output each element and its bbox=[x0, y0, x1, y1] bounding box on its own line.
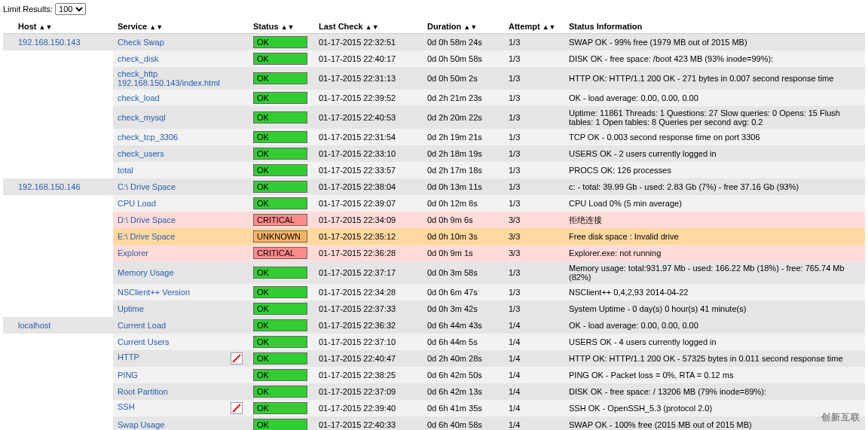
duration-cell: 0d 6h 40m 58s bbox=[423, 416, 504, 430]
no-passive-icon bbox=[231, 402, 243, 414]
service-cell: Memory Usage bbox=[113, 261, 249, 284]
status-badge: OK bbox=[253, 336, 307, 348]
table-row: ExplorerCRITICAL01-17-2015 22:36:280d 0h… bbox=[3, 245, 865, 261]
sort-service[interactable]: ▲▼ bbox=[149, 23, 163, 31]
header-service: Service ▲▼ bbox=[113, 20, 249, 34]
duration-cell: 0d 0h 13m 11s bbox=[423, 178, 504, 195]
header-duration: Duration ▲▼ bbox=[423, 20, 504, 34]
header-status-info: Status Information bbox=[564, 20, 865, 34]
last-check-cell: 01-17-2015 22:36:32 bbox=[314, 317, 423, 334]
last-check-cell: 01-17-2015 22:39:52 bbox=[314, 90, 423, 106]
attempt-cell: 1/3 bbox=[504, 145, 564, 162]
service-link[interactable]: Uptime bbox=[118, 304, 144, 313]
status-badge: OK bbox=[253, 164, 307, 176]
service-link[interactable]: CPU Load bbox=[118, 199, 156, 208]
service-cell: Current Load bbox=[113, 317, 249, 334]
host-cell bbox=[3, 400, 113, 416]
table-row: check_mysqlOK01-17-2015 22:40:530d 2h 20… bbox=[3, 106, 865, 129]
table-row: D:\ Drive SpaceCRITICAL01-17-2015 22:34:… bbox=[3, 212, 865, 228]
attempt-cell: 3/3 bbox=[504, 228, 564, 245]
status-cell: OK bbox=[249, 106, 314, 129]
service-link[interactable]: check_http 192.168.150.143/index.html bbox=[118, 69, 220, 87]
duration-cell: 0d 0h 3m 58s bbox=[423, 261, 504, 284]
table-row: Swap UsageOK01-17-2015 22:40:330d 6h 40m… bbox=[3, 416, 865, 430]
service-link[interactable]: Swap Usage bbox=[118, 420, 164, 429]
sort-duration[interactable]: ▲▼ bbox=[463, 23, 477, 31]
host-cell bbox=[3, 195, 113, 212]
attempt-cell: 1/3 bbox=[504, 162, 564, 178]
attempt-cell: 1/3 bbox=[504, 106, 564, 129]
status-cell: OK bbox=[249, 416, 314, 430]
service-link[interactable]: Memory Usage bbox=[118, 268, 174, 277]
service-cell: check_load bbox=[113, 90, 249, 106]
duration-cell: 0d 6h 42m 50s bbox=[423, 367, 504, 383]
sort-status[interactable]: ▲▼ bbox=[281, 23, 295, 31]
last-check-cell: 01-17-2015 22:31:54 bbox=[314, 129, 423, 145]
status-cell: OK bbox=[249, 195, 314, 212]
host-link[interactable]: 192.168.150.143 bbox=[18, 38, 81, 47]
service-link[interactable]: NSClient++ Version bbox=[118, 288, 190, 297]
service-link[interactable]: Check Swap bbox=[118, 38, 164, 47]
service-link[interactable]: Root Partition bbox=[118, 387, 168, 396]
host-cell bbox=[3, 300, 113, 317]
duration-cell: 0d 2h 18m 19s bbox=[423, 145, 504, 162]
service-link[interactable]: total bbox=[118, 166, 133, 175]
status-info-cell: USERS OK - 4 users currently logged in bbox=[564, 334, 865, 350]
service-link[interactable]: check_load bbox=[118, 93, 160, 102]
service-cell: PING bbox=[113, 367, 249, 383]
table-row: UptimeOK01-17-2015 22:37:330d 0h 3m 42s1… bbox=[3, 300, 865, 317]
status-cell: OK bbox=[249, 67, 314, 90]
service-cell: Uptime bbox=[113, 300, 249, 317]
status-badge: OK bbox=[253, 386, 307, 398]
service-link[interactable]: D:\ Drive Space bbox=[118, 215, 176, 224]
status-cell: OK bbox=[249, 400, 314, 416]
host-link[interactable]: localhost bbox=[18, 321, 50, 330]
host-cell: localhost bbox=[3, 317, 113, 334]
last-check-cell: 01-17-2015 22:39:40 bbox=[314, 400, 423, 416]
status-badge: OK bbox=[253, 148, 307, 160]
service-link[interactable]: check_users bbox=[118, 149, 164, 158]
last-check-cell: 01-17-2015 22:36:28 bbox=[314, 245, 423, 261]
watermark-logo: 创新互联 bbox=[821, 411, 860, 424]
attempt-cell: 1/4 bbox=[504, 317, 564, 334]
status-badge: OK bbox=[253, 319, 307, 331]
sort-last-check[interactable]: ▲▼ bbox=[365, 23, 379, 31]
service-cell: Swap Usage bbox=[113, 416, 249, 430]
status-badge: OK bbox=[253, 352, 307, 364]
status-info-cell: Uptime: 11861 Threads: 1 Questions: 27 S… bbox=[564, 106, 865, 129]
service-link[interactable]: check_tcp_3306 bbox=[118, 133, 178, 142]
service-link[interactable]: C:\ Drive Space bbox=[118, 182, 176, 191]
status-info-cell: Explorer.exe: not running bbox=[564, 245, 865, 261]
service-link[interactable]: SSH bbox=[118, 402, 135, 411]
service-cell: check_http 192.168.150.143/index.html bbox=[113, 67, 249, 90]
host-link[interactable]: 192.168.150.146 bbox=[18, 182, 81, 191]
status-info-cell: Memory usage: total:931.97 Mb - used: 16… bbox=[564, 261, 865, 284]
service-link[interactable]: Current Users bbox=[118, 337, 169, 346]
status-cell: OK bbox=[249, 34, 314, 51]
service-link[interactable]: HTTP bbox=[118, 352, 139, 361]
host-cell bbox=[3, 245, 113, 261]
service-link[interactable]: Current Load bbox=[118, 321, 166, 330]
service-link[interactable]: check_mysql bbox=[118, 113, 166, 122]
host-cell bbox=[3, 145, 113, 162]
attempt-cell: 1/3 bbox=[504, 261, 564, 284]
service-cell: CPU Load bbox=[113, 195, 249, 212]
status-info-cell: DISK OK - free space: / 13206 MB (79% in… bbox=[564, 383, 865, 400]
table-row: CPU LoadOK01-17-2015 22:39:070d 0h 12m 8… bbox=[3, 195, 865, 212]
status-table: Host ▲▼ Service ▲▼ Status ▲▼ Last Check … bbox=[3, 20, 865, 430]
sort-host[interactable]: ▲▼ bbox=[39, 23, 53, 31]
service-link[interactable]: PING bbox=[118, 371, 138, 380]
status-info-cell: Free disk space : Invalid drive bbox=[564, 228, 865, 245]
limit-results-select[interactable]: 100 bbox=[55, 3, 86, 15]
table-row: HTTPOK01-17-2015 22:40:470d 2h 40m 28s1/… bbox=[3, 350, 865, 367]
status-info-cell: SSH OK - OpenSSH_5.3 (protocol 2.0) bbox=[564, 400, 865, 416]
service-link[interactable]: Explorer bbox=[118, 249, 148, 258]
host-cell bbox=[3, 416, 113, 430]
service-link[interactable]: E:\ Drive Space bbox=[118, 232, 175, 241]
last-check-cell: 01-17-2015 22:33:57 bbox=[314, 162, 423, 178]
sort-attempt[interactable]: ▲▼ bbox=[542, 23, 556, 31]
duration-cell: 0d 6h 44m 43s bbox=[423, 317, 504, 334]
duration-cell: 0d 0h 9m 1s bbox=[423, 245, 504, 261]
status-badge: OK bbox=[253, 197, 307, 209]
service-link[interactable]: check_disk bbox=[118, 54, 158, 63]
